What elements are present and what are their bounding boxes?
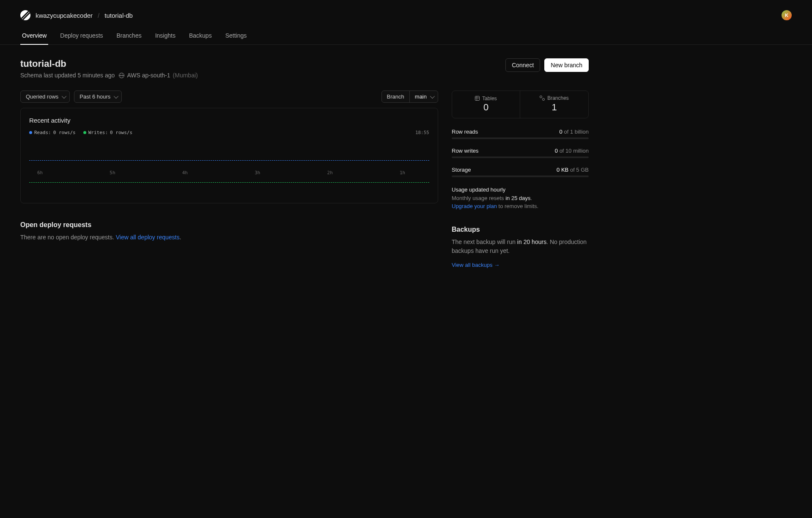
x-tick: 2h: [327, 170, 333, 175]
metric-select-value: Queried rows: [26, 93, 58, 100]
deploy-empty-text: There are no open deploy requests.: [20, 234, 116, 241]
legend-reads: Reads:0 rows/s: [29, 130, 76, 135]
breadcrumb-db[interactable]: tutorial-db: [104, 12, 133, 19]
schema-updated-text: Schema last updated 5 minutes ago: [20, 72, 115, 79]
breadcrumb-org[interactable]: kwazycupcakecoder: [36, 12, 93, 19]
metric-select[interactable]: Queried rows: [20, 90, 70, 103]
connect-button[interactable]: Connect: [505, 58, 540, 72]
stat-tables-label: Tables: [482, 96, 497, 101]
avatar[interactable]: K: [782, 10, 792, 20]
dot-icon: [83, 131, 86, 134]
region-code: AWS ap-south-1: [127, 72, 170, 79]
view-all-backups-link[interactable]: View all backups →: [452, 262, 499, 268]
reads-line: [29, 160, 429, 161]
row-reads-suffix: of 1 billion: [562, 129, 589, 135]
branch-select-value: main: [415, 93, 427, 100]
writes-line: [29, 182, 429, 183]
stat-tables[interactable]: Tables 0: [452, 91, 520, 118]
x-tick: 5h: [110, 170, 115, 175]
branch-select[interactable]: Branch main: [381, 90, 438, 103]
page-title: tutorial-db: [20, 58, 198, 69]
x-tick: 4h: [182, 170, 188, 175]
stat-branches[interactable]: Branches 1: [520, 91, 588, 118]
usage-note-body-1: Monthly usage resets: [452, 195, 505, 201]
region-name: (Mumbai): [173, 72, 198, 79]
x-axis: 6h 5h 4h 3h 2h 1h: [29, 170, 429, 175]
tab-backups[interactable]: Backups: [187, 29, 214, 45]
storage-suffix: of 5 GB: [568, 167, 589, 173]
branch-icon: [540, 96, 545, 101]
x-tick: 6h: [37, 170, 43, 175]
storage-bar: [452, 175, 589, 177]
tab-settings[interactable]: Settings: [224, 29, 249, 45]
breadcrumb: kwazycupcakecoder / tutorial-db: [20, 10, 133, 20]
row-reads-bar: [452, 137, 589, 139]
table-icon: [475, 96, 480, 101]
tab-overview[interactable]: Overview: [20, 29, 48, 45]
row-reads-value: 0: [560, 129, 562, 135]
x-tick: 1h: [400, 170, 405, 175]
usage-note-bold: in 25 days: [505, 195, 530, 201]
usage-note-title: Usage updated hourly: [452, 186, 505, 193]
branch-select-label: Branch: [382, 91, 410, 102]
chevron-down-icon: [62, 93, 66, 98]
logo-icon[interactable]: [20, 10, 30, 20]
row-writes-value: 0: [555, 148, 558, 154]
chevron-down-icon: [430, 93, 435, 98]
activity-card: Recent activity Reads:0 rows/s Writes:0 …: [20, 108, 438, 203]
backups-body-1: The next backup will run: [452, 238, 517, 245]
tab-branches[interactable]: Branches: [115, 29, 143, 45]
dot-icon: [29, 131, 32, 134]
tab-deploy-requests[interactable]: Deploy requests: [58, 29, 104, 45]
activity-timestamp: 18:55: [415, 130, 429, 135]
activity-chart: 6h 5h 4h 3h 2h 1h: [29, 140, 429, 195]
upgrade-suffix: to remove limits.: [497, 203, 538, 209]
storage-value: 0 KB: [557, 167, 568, 173]
globe-icon: [119, 73, 124, 78]
row-writes-suffix: of 10 million: [558, 148, 589, 154]
range-select-value: Past 6 hours: [80, 93, 110, 100]
breadcrumb-sep: /: [98, 12, 99, 19]
new-branch-button[interactable]: New branch: [544, 58, 589, 72]
tabs: Overview Deploy requests Branches Insigh…: [0, 20, 812, 45]
backups-body-bold: in 20 hours: [517, 238, 546, 245]
range-select[interactable]: Past 6 hours: [74, 90, 122, 103]
tab-insights[interactable]: Insights: [154, 29, 177, 45]
storage-label: Storage: [452, 167, 471, 173]
upgrade-plan-link[interactable]: Upgrade your plan: [452, 203, 497, 209]
x-tick: 3h: [255, 170, 260, 175]
chevron-down-icon: [114, 93, 118, 98]
backups-section-title: Backups: [452, 226, 589, 233]
stat-tables-value: 0: [459, 102, 513, 113]
view-all-deploy-link[interactable]: View all deploy requests: [116, 234, 180, 241]
stat-branches-label: Branches: [547, 95, 569, 101]
deploy-section-title: Open deploy requests: [20, 221, 438, 229]
activity-title: Recent activity: [29, 117, 429, 124]
legend-writes: Writes:0 rows/s: [83, 130, 132, 135]
stat-branches-value: 1: [527, 102, 582, 113]
row-writes-bar: [452, 156, 589, 158]
usage-note-body-2: .: [530, 195, 532, 201]
row-writes-label: Row writes: [452, 148, 479, 154]
row-reads-label: Row reads: [452, 129, 478, 135]
